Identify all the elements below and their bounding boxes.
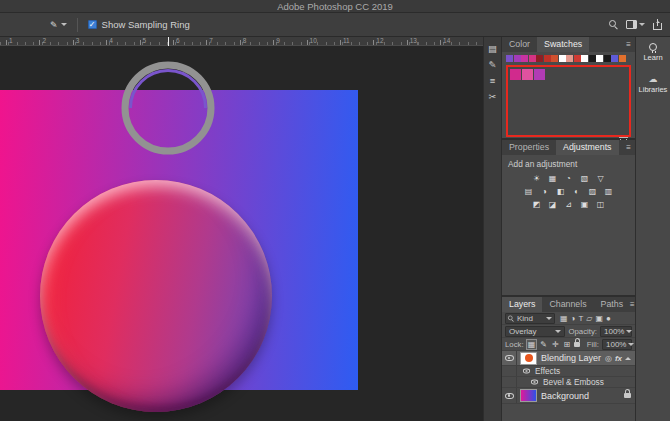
- swatch[interactable]: [559, 55, 566, 62]
- layer-thumbnail[interactable]: [520, 352, 537, 365]
- saved-swatch[interactable]: [534, 69, 545, 80]
- layer-name: Blending Layer: [541, 353, 605, 363]
- adjustment-black-white-icon[interactable]: ◧: [554, 186, 567, 197]
- adjustment-gradient-map-icon[interactable]: ▣: [578, 199, 591, 210]
- swatch[interactable]: [506, 55, 513, 62]
- panel-menu-icon[interactable]: ≡: [626, 140, 635, 155]
- tab-color[interactable]: Color: [502, 37, 537, 52]
- filter-toggle-icon[interactable]: ●: [606, 314, 611, 323]
- lock-transparency-icon[interactable]: ▦: [527, 340, 537, 349]
- swatch[interactable]: [529, 55, 536, 62]
- options-bar: ✎ ✓ Show Sampling Ring: [0, 13, 670, 37]
- adjustment-invert-icon[interactable]: ◩: [530, 199, 543, 210]
- ruler-number: 7: [206, 37, 239, 45]
- swatch[interactable]: [619, 55, 626, 62]
- adjustment-vibrance-icon[interactable]: ▽: [594, 173, 607, 184]
- lock-pixels-icon[interactable]: ✎: [539, 340, 548, 349]
- swatches-tabbar: Color Swatches ≡: [502, 37, 635, 52]
- adjustment-levels-icon[interactable]: ▦: [546, 173, 559, 184]
- bevel-emboss-row[interactable]: Bevel & Emboss: [502, 377, 635, 388]
- saved-swatch[interactable]: [522, 69, 533, 80]
- swatch[interactable]: [596, 55, 603, 62]
- top-ruler[interactable]: 1234567891011121314: [0, 37, 483, 46]
- lock-artboard-icon[interactable]: ⊞: [563, 340, 572, 349]
- eyedropper-tool-icon[interactable]: ✎: [484, 56, 501, 72]
- chevron-down-icon: [546, 317, 552, 323]
- bevel-emboss-label: Bevel & Emboss: [543, 377, 604, 387]
- adjustment-selective-color-icon[interactable]: ◫: [594, 199, 607, 210]
- adjustment-photo-filter-icon[interactable]: ◐: [570, 186, 583, 197]
- opacity-select[interactable]: 100%: [600, 326, 632, 337]
- tool-preset-button[interactable]: ✎: [50, 20, 67, 30]
- swatch[interactable]: [611, 55, 618, 62]
- fill-value: 100%: [606, 340, 626, 349]
- tab-channels[interactable]: Channels: [542, 297, 593, 312]
- swatch[interactable]: [566, 55, 573, 62]
- swatches-panel: Color Swatches ≡ ⊞: [502, 37, 635, 140]
- sliders-icon[interactable]: ≡: [484, 72, 501, 88]
- add-adjustment-hint: Add an adjustment: [502, 155, 635, 171]
- ruler-number: 10: [307, 37, 340, 45]
- swatch[interactable]: [604, 55, 611, 62]
- filter-pixel-layers-icon[interactable]: ▦: [560, 314, 568, 323]
- tab-swatches[interactable]: Swatches: [537, 37, 589, 52]
- ruler-number: 12: [373, 37, 406, 45]
- adjustments-tabbar: Properties Adjustments ≡: [502, 140, 635, 155]
- scissors-icon[interactable]: ✂: [484, 88, 501, 104]
- visibility-cell[interactable]: [502, 351, 517, 365]
- tab-paths[interactable]: Paths: [594, 297, 631, 312]
- layer-filter-kind-select[interactable]: Kind: [505, 313, 555, 324]
- learn-panel-button[interactable]: Learn: [636, 37, 670, 69]
- adjustment-threshold-icon[interactable]: ⊿: [562, 199, 575, 210]
- adjustment-channel-mixer-icon[interactable]: ▨: [586, 186, 599, 197]
- eye-icon[interactable]: [531, 380, 538, 385]
- swatch[interactable]: [581, 55, 588, 62]
- fx-badge-icon[interactable]: fx: [615, 354, 622, 363]
- adjustment-brightness-contrast-icon[interactable]: ☀: [530, 173, 543, 184]
- swatch[interactable]: [574, 55, 581, 62]
- document-canvas[interactable]: [0, 90, 358, 390]
- eye-icon[interactable]: [523, 369, 530, 374]
- filter-adjustment-layers-icon[interactable]: ◑: [571, 314, 576, 323]
- tool-strip: ▤✎≡✂: [483, 37, 502, 421]
- saved-swatch[interactable]: [510, 69, 521, 80]
- adjustment-color-balance-icon[interactable]: ◑: [538, 186, 551, 197]
- notes-panel-icon[interactable]: ▤: [484, 40, 501, 56]
- lock-all-icon[interactable]: [574, 342, 580, 347]
- swatches-grid-area[interactable]: [506, 65, 631, 137]
- swatch[interactable]: [589, 55, 596, 62]
- collapse-effects-icon[interactable]: [625, 354, 631, 360]
- effects-row[interactable]: Effects: [502, 366, 635, 377]
- layer-thumbnail[interactable]: [520, 389, 537, 402]
- adjustment-posterize-icon[interactable]: ◪: [546, 199, 559, 210]
- swatch[interactable]: [551, 55, 558, 62]
- lock-position-icon[interactable]: ✛: [551, 340, 560, 349]
- share-icon[interactable]: [653, 23, 662, 30]
- libraries-panel-button[interactable]: ☁ Libraries: [636, 69, 670, 101]
- adjustments-body: [502, 212, 635, 308]
- search-icon[interactable]: [609, 20, 618, 29]
- tab-properties[interactable]: Properties: [502, 140, 556, 155]
- layer-row-background[interactable]: Background: [502, 388, 635, 404]
- swatch[interactable]: [514, 55, 521, 62]
- tab-layers[interactable]: Layers: [502, 297, 542, 312]
- panel-menu-icon[interactable]: ≡: [626, 37, 635, 52]
- swatch[interactable]: [544, 55, 551, 62]
- filter-shape-layers-icon[interactable]: ▱: [586, 314, 592, 323]
- filter-smart-objects-icon[interactable]: ▣: [595, 314, 603, 323]
- adjustment-curves-icon[interactable]: ◔: [562, 173, 575, 184]
- blend-mode-select[interactable]: Overlay: [505, 326, 565, 337]
- workspace-switcher-button[interactable]: [626, 20, 645, 29]
- swatch[interactable]: [536, 55, 543, 62]
- adjustment-hue-saturation-icon[interactable]: ▤: [522, 186, 535, 197]
- swatch[interactable]: [521, 55, 528, 62]
- lock-icons: ▦✎✛⊞: [527, 340, 572, 349]
- show-sampling-ring-checkbox[interactable]: ✓: [88, 20, 97, 29]
- fill-select[interactable]: 100%: [602, 339, 632, 350]
- tab-adjustments[interactable]: Adjustments: [556, 140, 618, 155]
- visibility-cell[interactable]: [502, 388, 517, 403]
- adjustment-exposure-icon[interactable]: ▧: [578, 173, 591, 184]
- layer-row-blending[interactable]: Blending Layer ◎ fx: [502, 351, 635, 366]
- filter-type-layers-icon[interactable]: T: [578, 314, 583, 323]
- adjustment-color-lookup-icon[interactable]: ▥: [602, 186, 615, 197]
